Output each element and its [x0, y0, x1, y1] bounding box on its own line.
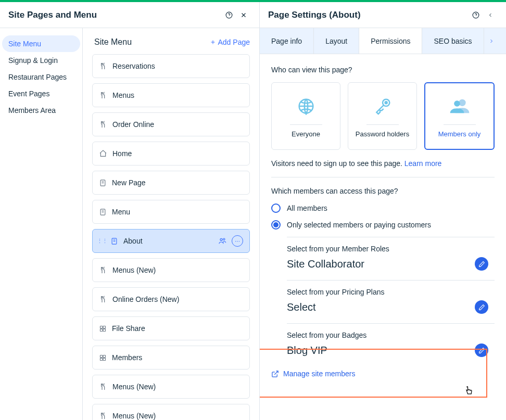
globe-icon: [296, 94, 317, 118]
help-icon[interactable]: [222, 8, 236, 22]
card-members[interactable]: Members only: [424, 82, 495, 150]
page-label: Order Online: [112, 120, 154, 129]
svg-rect-20: [103, 329, 105, 331]
page-icon: [99, 354, 107, 362]
sidebar-item-signup-login[interactable]: Signup & Login: [2, 52, 80, 69]
sidebar-item-event-pages[interactable]: Event Pages: [2, 85, 80, 102]
page-label: Members: [112, 353, 142, 362]
svg-rect-19: [100, 329, 103, 331]
page-item[interactable]: Reservations: [92, 54, 250, 78]
key-icon: [372, 94, 393, 118]
tab-permissions[interactable]: Permissions: [359, 28, 422, 54]
page-label: New Page: [112, 179, 146, 187]
badges-label: Select from your Badges: [287, 331, 495, 339]
drag-handle-icon[interactable]: ⋮⋮: [97, 238, 107, 245]
manage-link-label: Manage site members: [283, 370, 356, 378]
page-icon: [99, 120, 107, 129]
card-everyone-label: Everyone: [292, 130, 320, 138]
add-page-button[interactable]: Add Page: [210, 38, 250, 46]
tabs-scroll-right[interactable]: [484, 28, 499, 54]
manage-site-members-link[interactable]: Manage site members: [271, 370, 495, 378]
radio-all-label: All members: [287, 204, 327, 212]
page-label: Reservations: [112, 62, 155, 70]
left-panel-title: Site Pages and Menu: [8, 10, 222, 20]
page-item[interactable]: Menus: [92, 83, 250, 107]
site-menu-title: Site Menu: [94, 37, 210, 47]
svg-rect-22: [103, 355, 105, 357]
sidebar-item-members-area[interactable]: Members Area: [2, 102, 80, 119]
learn-more-link[interactable]: Learn more: [404, 159, 442, 168]
edit-pricing-plans-button[interactable]: [475, 300, 488, 314]
pricing-plans-value: Select: [287, 301, 475, 313]
page-icon: [99, 91, 107, 99]
page-label: About: [123, 237, 143, 245]
tab-page-info[interactable]: Page info: [260, 28, 314, 54]
page-item[interactable]: New Page: [92, 171, 250, 195]
more-button[interactable]: ···: [232, 235, 243, 247]
page-item[interactable]: Menus (New): [92, 375, 250, 399]
sidebar-item-restaurant-pages[interactable]: Restaurant Pages: [2, 69, 80, 85]
left-panel-header: Site Pages and Menu: [0, 2, 259, 28]
svg-rect-18: [103, 326, 105, 328]
page-icon: [99, 179, 107, 187]
svg-rect-17: [100, 326, 103, 328]
svg-rect-24: [103, 358, 105, 360]
page-icon: [99, 325, 107, 333]
member-roles-label: Select from your Member Roles: [287, 245, 495, 253]
card-password[interactable]: Password holders: [348, 82, 417, 150]
page-icon: [99, 295, 107, 303]
right-panel-header: Page Settings (About): [260, 2, 506, 28]
radio-selected-members[interactable]: Only selected members or paying customer…: [271, 220, 495, 230]
page-icon: [99, 208, 107, 216]
page-item[interactable]: Home: [92, 142, 250, 166]
page-icon: [99, 412, 107, 420]
cursor-icon: [464, 385, 474, 397]
page-label: Menu: [112, 208, 130, 216]
badges-value: Blog VIP: [287, 345, 475, 357]
page-item[interactable]: Menus (New): [92, 404, 250, 420]
page-icon: [99, 62, 107, 70]
tab-seo-basics[interactable]: SEO basics: [422, 28, 484, 54]
edit-member-roles-button[interactable]: [475, 257, 488, 271]
page-item[interactable]: File Share: [92, 316, 250, 340]
help-icon[interactable]: [469, 8, 483, 22]
pricing-plans-label: Select from your Pricing Plans: [287, 288, 495, 296]
svg-point-15: [220, 238, 222, 240]
page-item[interactable]: Menus (New): [92, 258, 250, 282]
which-members-label: Which members can access this page?: [271, 187, 495, 195]
members-icon: [448, 94, 471, 118]
page-item[interactable]: Members: [92, 346, 250, 370]
member-roles-value: Site Collaborator: [287, 258, 475, 270]
page-item[interactable]: ⋮⋮About···: [92, 229, 250, 253]
card-password-label: Password holders: [356, 130, 409, 138]
add-page-label: Add Page: [218, 38, 250, 46]
svg-point-39: [385, 101, 387, 104]
who-view-label: Who can view this page?: [271, 66, 495, 74]
edit-badges-button[interactable]: [475, 343, 488, 357]
close-icon[interactable]: [236, 8, 251, 22]
svg-point-41: [454, 100, 460, 107]
page-icon: [110, 237, 118, 245]
page-label: Home: [112, 149, 132, 158]
right-panel-title: Page Settings (About): [268, 10, 469, 20]
page-item[interactable]: Menu: [92, 200, 250, 224]
page-list: ReservationsMenusOrder OnlineHomeNew Pag…: [83, 54, 259, 420]
radio-all-members[interactable]: All members: [271, 203, 495, 213]
page-item[interactable]: Order Online: [92, 112, 250, 136]
tab-layout[interactable]: Layout: [314, 28, 359, 54]
page-icon: [99, 383, 107, 391]
page-label: Menus (New): [112, 266, 156, 274]
card-everyone[interactable]: Everyone: [271, 82, 340, 150]
page-label: Menus: [112, 91, 134, 99]
page-label: Menus (New): [112, 412, 156, 420]
svg-line-42: [274, 371, 278, 374]
back-icon[interactable]: [483, 8, 498, 22]
radio-icon: [271, 203, 281, 213]
svg-rect-23: [100, 358, 103, 360]
sidebar-item-site-menu[interactable]: Site Menu: [2, 35, 80, 52]
page-icon: [99, 266, 107, 274]
page-item[interactable]: Online Orders (New): [92, 287, 250, 311]
page-label: File Share: [112, 324, 145, 333]
svg-point-16: [223, 238, 225, 240]
signup-note: Visitors need to sign up to see this pag…: [271, 159, 495, 168]
